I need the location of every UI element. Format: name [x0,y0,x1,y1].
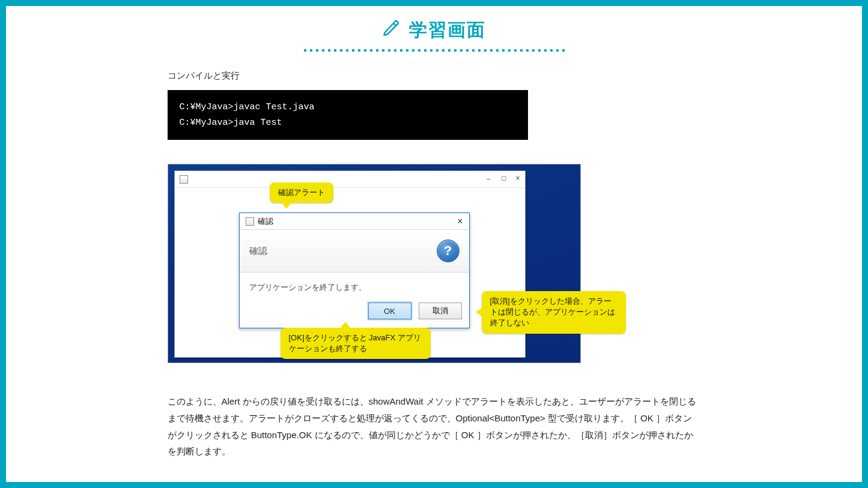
pencil-icon [383,19,401,41]
window-icon [180,175,188,184]
close-button[interactable]: × [515,174,520,184]
explanation-paragraph: このように、Alert からの戻り値を受け取るには、showAndWait メソ… [168,393,701,460]
dialog-title: 確認 [258,216,273,227]
console-line: C:¥MyJava>java Test [180,115,516,131]
minimize-button[interactable]: － [485,174,492,184]
console-line: C:¥MyJava>javac Test.java [180,100,516,115]
callout-confirm-alert: 確認アラート [270,182,333,203]
dialog-window-icon [246,217,254,226]
question-glyph: ? [444,243,452,259]
dialog-header-text: 確認 [249,246,267,257]
page-title-row: 学習画面 [383,18,486,43]
header-dots [302,47,566,53]
dialog-body: アプリケーションを終了します。 [240,273,469,298]
cancel-button[interactable]: 取消 [419,303,462,319]
console-block: C:¥MyJava>javac Test.java C:¥MyJava>java… [168,90,528,140]
dialog-titlebar: 確認 × [240,213,469,230]
confirm-dialog: 確認 × 確認 ? アプリケーションを終了します。 OK 取消 [239,212,470,328]
dialog-close-button[interactable]: × [457,216,463,227]
dialog-button-row: OK 取消 [240,298,469,328]
outer-window-titlebar: － □ × [175,171,525,188]
callout-ok-exits: [OK]をクリックすると JavaFX アプリケーションも終了する [281,328,431,359]
maximize-button[interactable]: □ [502,174,506,184]
screenshot-figure: － □ × 確認 × 確認 ? [168,164,581,363]
content-column: コンパイルと実行 C:¥MyJava>javac Test.java C:¥My… [168,70,701,460]
dialog-header: 確認 ? [240,230,469,273]
question-icon: ? [437,239,460,262]
page-frame: 学習画面 コンパイルと実行 C:¥MyJava>javac Test.java … [0,0,868,488]
callout-cancel-no-exit: [取消]をクリックした場合、アラートは閉じるが、アプリケーションは終了しない [482,291,626,334]
page-header: 学習画面 [6,18,862,53]
ok-button[interactable]: OK [368,303,411,319]
window-chrome-buttons: － □ × [485,174,520,184]
section-label: コンパイルと実行 [168,70,701,82]
page-title: 学習画面 [409,18,486,43]
